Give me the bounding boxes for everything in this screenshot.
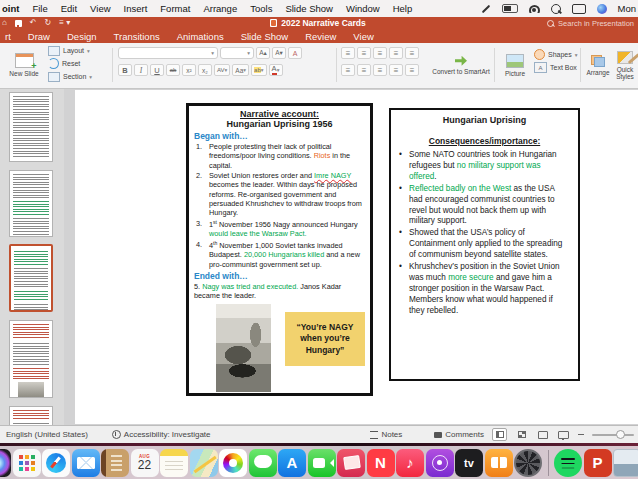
pun-note[interactable]: “You’re NAGY when you’re Hungary” — [285, 312, 365, 366]
justify-button[interactable] — [389, 64, 403, 76]
menu-item[interactable]: Format — [160, 3, 190, 14]
menu-item[interactable]: Help — [393, 3, 413, 14]
consequences-card[interactable]: Hungarian Uprising Consequences/importan… — [389, 108, 580, 381]
ribbon-tab[interactable]: Slide Show — [241, 31, 289, 42]
ribbon-tab[interactable]: Design — [67, 31, 97, 42]
menu-item[interactable]: Arrange — [203, 3, 237, 14]
shapes-button[interactable]: Shapes▾ — [534, 49, 578, 60]
news-dock-icon[interactable] — [367, 449, 395, 477]
textbox-button[interactable]: AText Box — [534, 62, 578, 73]
siri-dock-icon[interactable] — [0, 449, 11, 477]
minimized-window-dock-icon[interactable] — [613, 449, 638, 477]
slide-canvas[interactable]: Narrative account: Hungarian Uprising 19… — [75, 90, 638, 424]
menubar-clock[interactable]: Mon — [618, 3, 636, 14]
narrative-card[interactable]: Narrative account: Hungarian Uprising 19… — [186, 103, 373, 396]
character-spacing-button[interactable]: ▾ — [214, 64, 230, 76]
slide-thumbnail-1[interactable] — [9, 92, 53, 162]
messages-dock-icon[interactable] — [249, 449, 277, 477]
zoom-out-button[interactable] — [578, 434, 584, 436]
ribbon-tab[interactable]: rt — [5, 31, 11, 42]
reading-view-button[interactable] — [536, 429, 549, 440]
search-icon[interactable] — [551, 4, 561, 14]
siri-icon[interactable] — [597, 4, 607, 14]
section-button[interactable]: Section▾ — [48, 71, 92, 82]
numbering-button[interactable] — [357, 47, 371, 59]
italic-button[interactable] — [134, 64, 148, 76]
change-case-button[interactable]: ▾ — [232, 64, 249, 76]
new-slide-button[interactable]: New Slide — [2, 43, 46, 88]
menu-item[interactable]: File — [32, 3, 47, 14]
underline-button[interactable] — [150, 64, 164, 76]
slideshow-button[interactable] — [557, 429, 570, 440]
podcasts-dock-icon[interactable] — [426, 449, 454, 477]
facetime-dock-icon[interactable] — [308, 449, 336, 477]
columns-button[interactable] — [405, 64, 419, 76]
notes-toggle[interactable]: Notes — [370, 430, 402, 439]
slide-sorter-button[interactable] — [515, 429, 528, 440]
arrange-button[interactable]: Arrange — [583, 43, 613, 88]
undo-icon[interactable]: ↶ — [30, 19, 37, 27]
home-icon[interactable]: ⌂ — [2, 19, 7, 27]
text-highlight-button[interactable]: ▾ — [251, 64, 266, 76]
tv-dock-icon[interactable] — [455, 449, 483, 477]
menu-item[interactable]: Window — [346, 3, 380, 14]
slide-thumbnail-2[interactable] — [9, 170, 53, 237]
strikethrough-button[interactable] — [166, 64, 180, 76]
mail-dock-icon[interactable] — [72, 449, 100, 477]
pencil-icon[interactable] — [481, 4, 489, 12]
picture-button[interactable]: Picture — [498, 43, 532, 88]
notes-dock-icon[interactable] — [160, 449, 188, 477]
contacts-dock-icon[interactable] — [101, 449, 129, 477]
app-store-dock-icon[interactable] — [278, 449, 306, 477]
normal-view-button[interactable] — [492, 428, 507, 441]
clear-formatting-button[interactable] — [288, 47, 302, 59]
superscript-button[interactable] — [182, 64, 196, 76]
grow-font-button[interactable] — [256, 47, 270, 59]
ribbon-tab[interactable]: Review — [305, 31, 336, 42]
layout-button[interactable]: Layout▾ — [48, 45, 92, 56]
indent-increase-button[interactable] — [389, 47, 403, 59]
maps-dock-icon[interactable] — [190, 449, 218, 477]
ribbon-tab[interactable]: Draw — [28, 31, 50, 42]
align-left-button[interactable] — [341, 64, 355, 76]
battery-icon[interactable] — [502, 4, 518, 13]
convert-smartart-button[interactable]: Convert to SmartArt — [432, 43, 490, 88]
ribbon-tab[interactable]: Animations — [177, 31, 224, 42]
menu-item[interactable]: Edit — [61, 3, 77, 14]
app-menu-powerpoint[interactable]: oint — [2, 3, 19, 14]
music-dock-icon[interactable] — [396, 449, 424, 477]
launchpad-dock-icon[interactable] — [13, 449, 41, 477]
wifi-icon[interactable] — [529, 5, 540, 13]
reset-button[interactable]: Reset — [48, 58, 92, 69]
photos-dock-icon[interactable] — [219, 449, 247, 477]
align-center-button[interactable] — [357, 64, 371, 76]
menu-item[interactable]: Tools — [250, 3, 272, 14]
slide-thumbnail-panel[interactable] — [0, 89, 64, 425]
zoom-slider-knob[interactable] — [616, 430, 625, 439]
accessibility-status[interactable]: Accessibility: Investigate — [112, 430, 211, 439]
search-in-presentation[interactable]: Search in Presentation — [484, 19, 638, 28]
books-dock-icon[interactable] — [485, 449, 513, 477]
menu-item[interactable]: Slide Show — [285, 3, 333, 14]
quick-styles-button[interactable]: Quick Styles — [612, 43, 638, 88]
align-right-button[interactable] — [373, 64, 387, 76]
ribbon-tab[interactable]: Transitions — [114, 31, 160, 42]
display-icon[interactable] — [572, 4, 586, 14]
bullets-button[interactable] — [341, 47, 355, 59]
shutter-app-dock-icon[interactable] — [514, 449, 542, 477]
subscript-button[interactable] — [198, 64, 212, 76]
menu-item[interactable]: Insert — [124, 3, 148, 14]
photo-booth-dock-icon[interactable] — [337, 449, 365, 477]
spotify-dock-icon[interactable] — [554, 449, 582, 477]
powerpoint-dock-icon[interactable] — [584, 449, 612, 477]
font-color-button[interactable]: ▾ — [269, 64, 283, 76]
ribbon-tab[interactable]: View — [353, 31, 373, 42]
line-spacing-button[interactable] — [405, 47, 419, 59]
shrink-font-button[interactable] — [272, 47, 286, 59]
redo-icon[interactable]: ↻ — [45, 19, 52, 27]
font-size-select[interactable]: ▾ — [220, 47, 254, 59]
language-status[interactable]: English (United States) — [6, 430, 88, 439]
zoom-slider[interactable] — [592, 434, 634, 436]
budapest-tank-photo[interactable] — [216, 304, 271, 392]
bold-button[interactable] — [118, 64, 132, 76]
